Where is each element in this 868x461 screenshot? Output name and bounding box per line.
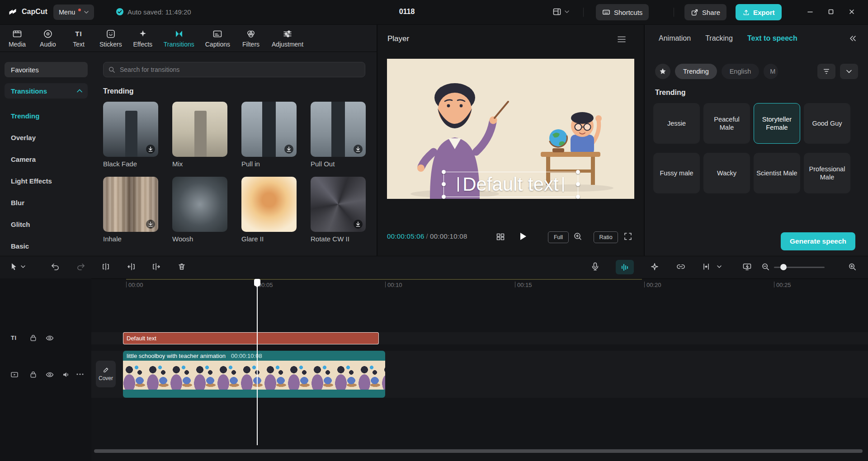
more-icon[interactable]	[76, 373, 84, 376]
transition-card[interactable]: Black Fade	[103, 102, 158, 168]
filter-english[interactable]: English	[722, 64, 760, 79]
sidebar-item-trending[interactable]: Trending	[5, 105, 88, 127]
resize-handle[interactable]	[576, 170, 580, 174]
voice-filter-button[interactable]	[817, 64, 835, 79]
tab-text-to-speech[interactable]: Text to speech	[747, 34, 797, 42]
favorite-voices-button[interactable]	[655, 64, 670, 79]
minimize-button[interactable]	[807, 8, 814, 15]
tab-effects[interactable]: Effects	[133, 29, 153, 48]
collapse-panel-icon[interactable]	[848, 34, 857, 43]
tab-adjustment[interactable]: Adjustment	[272, 29, 303, 48]
export-button[interactable]: Export	[736, 4, 782, 20]
generate-speech-button[interactable]: Generate speech	[781, 232, 855, 250]
voice-card-selected[interactable]: Storyteller Female	[754, 103, 800, 144]
voice-card[interactable]: Jessie	[653, 103, 700, 144]
timeline-horizontal-scrollbar[interactable]	[94, 449, 863, 453]
share-button[interactable]: Share	[684, 4, 726, 20]
play-button[interactable]	[519, 231, 528, 241]
sidebar-item-camera[interactable]: Camera	[5, 148, 88, 170]
undo-button[interactable]	[51, 262, 60, 272]
transition-card[interactable]: Pull Out	[311, 102, 366, 168]
sidebar-item-favorites[interactable]: Favorites	[5, 62, 88, 77]
transition-thumbnail[interactable]	[103, 177, 158, 232]
lock-icon[interactable]	[29, 370, 38, 379]
voice-card[interactable]: Professional Male	[804, 153, 850, 193]
zoom-in-icon[interactable]	[848, 263, 857, 271]
eye-icon[interactable]	[45, 334, 54, 343]
menu-button[interactable]: Menu	[53, 5, 94, 20]
link-icon[interactable]	[676, 262, 685, 271]
zoom-fit-icon[interactable]	[573, 232, 582, 241]
layout-toggle[interactable]	[552, 7, 569, 16]
mute-icon[interactable]	[61, 370, 71, 379]
transition-thumbnail[interactable]	[311, 102, 366, 157]
transition-card[interactable]: Woosh	[172, 177, 227, 243]
video-clip[interactable]: little schoolboy with teacher animation …	[123, 351, 385, 398]
tab-text[interactable]: TI Text	[69, 29, 89, 48]
voice-filter-dropdown[interactable]	[840, 64, 858, 79]
split-icon[interactable]	[101, 262, 110, 271]
tab-media[interactable]: Media	[7, 29, 27, 48]
resize-handle[interactable]	[576, 182, 580, 186]
text-selection-box[interactable]: Default text	[443, 172, 578, 197]
lock-icon[interactable]	[29, 334, 38, 342]
transition-thumbnail[interactable]	[241, 102, 297, 157]
voice-card[interactable]: Peaceful Male	[703, 103, 750, 144]
resize-handle[interactable]	[576, 195, 580, 199]
grid-view-icon[interactable]	[496, 233, 505, 241]
voice-card[interactable]: Scientist Male	[754, 153, 800, 193]
eye-icon[interactable]	[45, 370, 54, 379]
full-button[interactable]: Full	[548, 231, 569, 243]
cursor-tool-dropdown[interactable]	[21, 265, 25, 268]
transition-card[interactable]: Inhale	[103, 177, 158, 243]
tab-captions[interactable]: Captions	[205, 29, 230, 48]
ratio-button[interactable]: Ratio	[594, 231, 618, 243]
sidebar-item-blur[interactable]: Blur	[5, 192, 88, 213]
maximize-button[interactable]	[827, 8, 835, 15]
tab-stickers[interactable]: Stickers	[99, 29, 122, 48]
transition-thumbnail[interactable]	[241, 177, 297, 232]
text-to-speech-tool[interactable]	[616, 260, 634, 274]
resize-handle[interactable]	[442, 195, 446, 199]
voice-card[interactable]: Good Guy	[804, 103, 850, 144]
tab-tracking[interactable]: Tracking	[705, 34, 733, 42]
fullscreen-icon[interactable]	[623, 232, 632, 241]
transition-thumbnail[interactable]	[172, 177, 227, 232]
delete-left-icon[interactable]	[127, 262, 136, 271]
text-clip[interactable]: Default text	[123, 332, 379, 344]
transition-card[interactable]: Mix	[172, 102, 227, 168]
search-bar[interactable]	[103, 62, 365, 77]
transition-thumbnail[interactable]	[172, 102, 227, 157]
sidebar-item-glitch[interactable]: Glitch	[5, 213, 88, 235]
cursor-tool[interactable]	[9, 262, 18, 271]
delete-icon[interactable]	[177, 262, 186, 271]
sidebar-item-overlay[interactable]: Overlay	[5, 127, 88, 148]
playhead-line[interactable]	[257, 279, 258, 445]
transition-thumbnail[interactable]	[103, 102, 158, 157]
video-preview[interactable]: Default text	[387, 59, 634, 199]
tab-animation[interactable]: Animation	[659, 34, 691, 42]
player-menu-icon[interactable]	[618, 36, 626, 42]
tab-transitions[interactable]: Transitions	[164, 29, 194, 48]
voice-card[interactable]: Fussy male	[653, 153, 700, 193]
tab-audio[interactable]: Audio	[38, 29, 58, 48]
transition-card[interactable]: Glare II	[241, 177, 297, 243]
transition-thumbnail[interactable]	[311, 177, 366, 232]
transition-card[interactable]: Pull in	[241, 102, 297, 168]
overlay-text[interactable]: Default text	[462, 174, 558, 195]
trim-icon[interactable]	[702, 262, 711, 271]
zoom-slider-knob[interactable]	[780, 264, 787, 270]
tab-filters[interactable]: Filters	[241, 29, 261, 48]
sidebar-item-basic[interactable]: Basic	[5, 235, 88, 257]
playhead-handle[interactable]	[254, 279, 260, 286]
trim-dropdown[interactable]	[717, 265, 722, 268]
cover-button[interactable]: Cover	[96, 361, 116, 387]
shortcuts-button[interactable]: Shortcuts	[596, 4, 649, 20]
close-button[interactable]	[848, 8, 855, 15]
transition-card[interactable]: Rotate CW II	[311, 177, 366, 243]
sidebar-item-light-effects[interactable]: Light Effects	[5, 170, 88, 192]
zoom-out-icon[interactable]	[761, 263, 770, 271]
sidebar-group-transitions[interactable]: Transitions	[5, 83, 88, 99]
resize-handle[interactable]	[442, 182, 446, 186]
effects-tool-icon[interactable]	[650, 262, 659, 271]
